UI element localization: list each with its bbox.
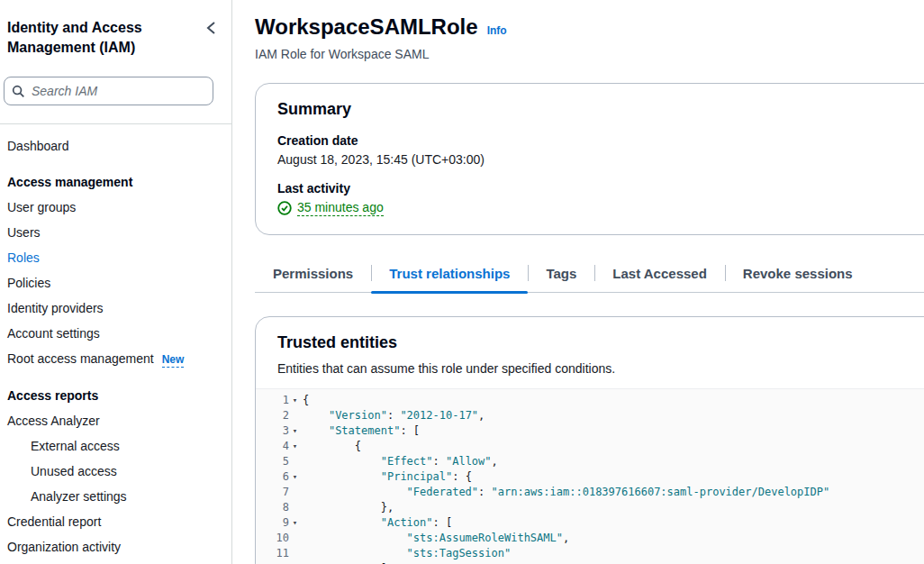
trusted-entities-description: Entities that can assume this role under… — [277, 361, 924, 376]
search-input[interactable] — [32, 84, 205, 98]
code-line: 4▾ { — [256, 439, 924, 454]
sidebar-item-label: Dashboard — [7, 139, 69, 153]
code-line: 7 "Federated": "arn:aws:iam::01839761660… — [256, 485, 924, 500]
code-gutter: 8 — [256, 500, 303, 515]
iam-console: Identity and Access Management (IAM) Das… — [0, 0, 924, 564]
trusted-entities-card: Trusted entities Entities that can assum… — [255, 316, 924, 564]
code-gutter: 1▾ — [256, 393, 303, 408]
code-line: 11 "sts:TagSession" — [256, 546, 924, 561]
creation-date-value: August 18, 2023, 15:45 (UTC+03:00) — [277, 152, 924, 167]
code-text: "Federated": "arn:aws:iam::018397616607:… — [303, 485, 829, 500]
line-number: 3 — [283, 423, 289, 439]
fold-toggle-icon[interactable]: ▾ — [289, 423, 301, 439]
info-link[interactable]: Info — [487, 24, 507, 37]
code-gutter: 3▾ — [256, 423, 303, 439]
sidebar-item-unused-access[interactable]: Unused access — [5, 459, 224, 484]
code-gutter: 11 — [256, 546, 303, 561]
code-text: "sts:TagSession" — [303, 546, 511, 561]
sidebar-item-dashboard[interactable]: Dashboard — [5, 133, 224, 159]
sidebar-item-label: Policies — [7, 276, 50, 290]
sidebar-item-roles[interactable]: Roles — [5, 245, 224, 270]
sidebar-item-external-access[interactable]: External access — [5, 433, 224, 459]
line-number: 7 — [283, 485, 289, 500]
sidebar-item-root-access-management[interactable]: Root access managementNew — [5, 346, 224, 372]
search-box[interactable] — [4, 77, 213, 105]
code-gutter: 5 — [256, 454, 303, 469]
sidebar-item-label: Users — [7, 225, 41, 240]
sidebar-item-organization-activity[interactable]: Organization activity — [5, 534, 224, 559]
last-activity-label: Last activity — [277, 181, 924, 196]
line-number: 11 — [276, 546, 289, 561]
main-content: WorkspaceSAMLRole Info IAM Role for Work… — [232, 0, 924, 564]
fold-toggle-icon[interactable]: ▾ — [289, 515, 301, 531]
code-text: "sts:AssumeRoleWithSAML", — [303, 531, 569, 546]
code-line: 9▾ "Action": [ — [256, 515, 924, 531]
line-number: 10 — [276, 531, 289, 546]
code-line: 2 "Version": "2012-10-17", — [256, 408, 924, 423]
tab-trust-relationships[interactable]: Trust relationships — [371, 260, 528, 292]
sidebar-item-label: Unused access — [31, 464, 117, 478]
creation-date-label: Creation date — [277, 133, 924, 148]
tab-revoke-sessions[interactable]: Revoke sessions — [725, 260, 871, 292]
sidebar-item-access-analyzer[interactable]: Access Analyzer — [5, 408, 224, 433]
last-activity-value: 35 minutes ago — [277, 200, 924, 216]
search-icon — [12, 85, 25, 98]
code-gutter: 6▾ — [256, 469, 303, 485]
sidebar-nav: DashboardAccess managementUser groupsUse… — [0, 124, 231, 559]
code-gutter: 9▾ — [256, 515, 303, 531]
line-number: 9 — [283, 515, 289, 531]
success-check-icon — [277, 201, 292, 215]
summary-heading: Summary — [277, 100, 924, 119]
tab-permissions[interactable]: Permissions — [255, 260, 371, 292]
sidebar-item-users[interactable]: Users — [5, 220, 224, 245]
sidebar-item-user-groups[interactable]: User groups — [5, 195, 224, 220]
code-line: 6▾ "Principal": { — [256, 469, 924, 485]
sidebar-item-label: Organization activity — [7, 540, 121, 554]
sidebar-item-account-settings[interactable]: Account settings — [5, 321, 224, 346]
new-badge: New — [162, 353, 185, 368]
line-number: 2 — [283, 408, 289, 423]
sidebar-item-credential-report[interactable]: Credential report — [5, 509, 224, 534]
line-number: 4 — [283, 439, 289, 454]
code-line: 10 "sts:AssumeRoleWithSAML", — [256, 531, 924, 546]
code-text: }, — [303, 500, 394, 515]
fold-toggle-icon[interactable]: ▾ — [289, 393, 301, 408]
sidebar-item-analyzer-settings[interactable]: Analyzer settings — [5, 484, 224, 509]
sidebar-item-identity-providers[interactable]: Identity providers — [5, 296, 224, 321]
sidebar-item-label: Identity providers — [7, 301, 104, 315]
collapse-sidebar-icon[interactable] — [204, 20, 219, 36]
line-number: 1 — [283, 393, 289, 408]
page-subtitle: IAM Role for Workspace SAML — [255, 47, 924, 61]
sidebar: Identity and Access Management (IAM) Das… — [0, 0, 232, 564]
code-line: 3▾ "Statement": [ — [256, 423, 924, 439]
code-text: { — [303, 393, 309, 408]
fold-toggle-icon[interactable]: ▾ — [289, 469, 301, 485]
sidebar-item-label: Roles — [7, 250, 40, 265]
sidebar-item-policies[interactable]: Policies — [5, 270, 224, 296]
code-text: "Action": [ — [303, 515, 452, 531]
code-gutter: 10 — [256, 531, 303, 546]
fold-toggle-icon[interactable]: ▾ — [289, 439, 301, 454]
code-line: 5 "Effect": "Allow", — [256, 454, 924, 469]
last-activity-text[interactable]: 35 minutes ago — [297, 200, 384, 216]
sidebar-item-label: Account settings — [7, 326, 100, 341]
summary-card: Summary Creation date August 18, 2023, 1… — [255, 83, 924, 235]
sidebar-item-label: External access — [31, 439, 120, 453]
line-number: 8 — [283, 500, 289, 515]
code-gutter: 7 — [256, 485, 303, 500]
sidebar-item-label: Credential report — [7, 514, 101, 529]
code-text: "Statement": [ — [303, 423, 420, 439]
code-gutter: 4▾ — [256, 439, 303, 454]
trust-policy-editor[interactable]: 1▾{2 "Version": "2012-10-17",3▾ "Stateme… — [256, 388, 924, 564]
line-number: 5 — [283, 454, 289, 469]
page-header: WorkspaceSAMLRole Info — [255, 14, 924, 40]
sidebar-title: Identity and Access Management (IAM) — [7, 18, 165, 57]
sidebar-item-label: Analyzer settings — [31, 489, 127, 504]
tab-tags[interactable]: Tags — [528, 260, 594, 292]
trusted-entities-heading: Trusted entities — [277, 333, 924, 352]
tab-last-accessed[interactable]: Last Accessed — [594, 260, 725, 292]
sidebar-header: Identity and Access Management (IAM) — [0, 18, 231, 57]
code-text: "Version": "2012-10-17", — [303, 408, 485, 423]
code-text: "Effect": "Allow", — [303, 454, 498, 469]
code-gutter: 2 — [256, 408, 303, 423]
